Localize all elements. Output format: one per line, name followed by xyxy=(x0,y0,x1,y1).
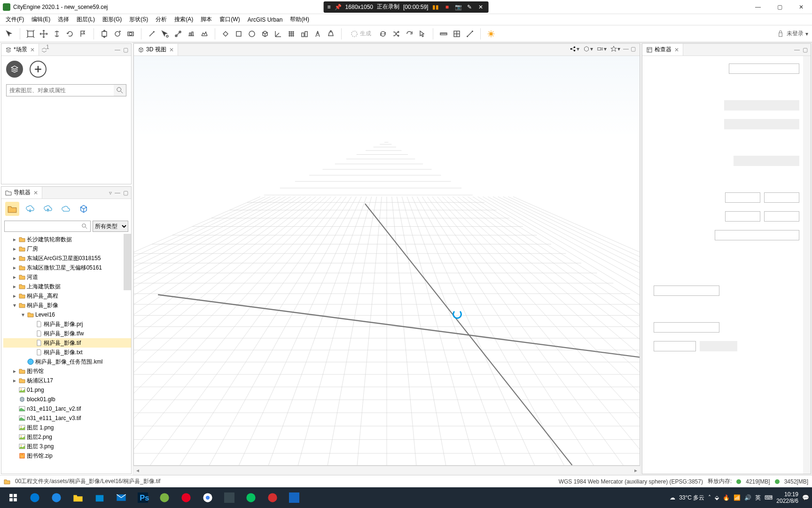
scale-tool[interactable] xyxy=(51,28,62,40)
tree-item[interactable]: ▸图书馆 xyxy=(3,366,131,376)
tree-item[interactable]: 桐庐县_影像.txt xyxy=(3,348,131,357)
tree-twisty[interactable]: ▸ xyxy=(12,377,17,384)
flag-tool[interactable] xyxy=(78,28,89,40)
nav-search-input[interactable] xyxy=(5,221,79,231)
menu-window[interactable]: 窗口(W) xyxy=(217,15,242,24)
taskbar-app-2[interactable] xyxy=(154,488,175,507)
taskbar-pinterest[interactable] xyxy=(176,488,196,507)
tree-item[interactable]: ▸上海建筑数据 xyxy=(3,282,131,291)
scene-search[interactable] xyxy=(6,84,126,96)
close-icon[interactable]: ✕ xyxy=(33,190,38,196)
pin-icon[interactable]: 📌 xyxy=(335,4,342,10)
camera-icon[interactable]: 📷 xyxy=(454,3,462,11)
tree-twisty[interactable]: ▸ xyxy=(12,283,17,290)
tree-item[interactable]: 图层 3.png xyxy=(3,442,131,451)
taskbar-mail[interactable] xyxy=(111,488,132,507)
menu-edit[interactable]: 编辑(E) xyxy=(29,15,53,24)
tree-twisty[interactable]: ▸ xyxy=(12,368,17,374)
tree-twisty[interactable]: ▸ xyxy=(12,293,17,299)
scene-add-button[interactable] xyxy=(30,61,47,78)
panel-maximize-icon[interactable]: ▢ xyxy=(123,190,128,196)
refresh-tool[interactable] xyxy=(377,28,389,40)
tray-icon[interactable]: 🔥 xyxy=(723,494,730,501)
search-icon[interactable] xyxy=(79,221,90,231)
tray-icon[interactable]: ⬙ xyxy=(715,494,719,501)
tray-keyboard-icon[interactable]: ⌨ xyxy=(765,494,773,501)
panel-minimize-icon[interactable]: — xyxy=(794,47,800,53)
measure-tool-2[interactable] xyxy=(451,28,462,40)
close-icon[interactable]: ✕ xyxy=(30,47,35,53)
tree-item[interactable]: 图层2.png xyxy=(3,432,131,442)
draw-tool-1[interactable] xyxy=(146,28,157,40)
tree-item[interactable]: 桐庐县_影像.tfw xyxy=(3,329,131,338)
draw-tool-2[interactable] xyxy=(159,28,171,40)
shape-extrude-tool[interactable] xyxy=(325,28,336,40)
menu-layer[interactable]: 图层(L) xyxy=(74,15,98,24)
shape-poly-tool[interactable] xyxy=(220,28,231,40)
tree-item[interactable]: ▸河道 xyxy=(3,272,131,282)
pencil-icon[interactable]: ✎ xyxy=(466,3,473,11)
navigator-tab[interactable]: 导航器 ✕ xyxy=(1,187,42,198)
shape-rect-tool[interactable] xyxy=(233,28,244,40)
shuffle-tool[interactable] xyxy=(390,28,402,40)
scene-layers-button[interactable] xyxy=(6,61,23,78)
vp-share-button[interactable]: ▾ xyxy=(569,45,580,53)
tree-item[interactable]: 图书馆.zip xyxy=(3,451,131,460)
close-icon[interactable]: ✕ xyxy=(169,47,174,53)
tree-item[interactable]: 桐庐县_影像.prj xyxy=(3,319,131,329)
inspector-field[interactable] xyxy=(725,192,760,203)
vp-cube-button[interactable]: ▾ xyxy=(582,45,594,53)
horizontal-scrollbar[interactable]: ◂ ▸ xyxy=(133,466,640,474)
scene-tab[interactable]: *场景 ✕ xyxy=(1,44,39,56)
menu-shape[interactable]: 形状(S) xyxy=(126,15,151,24)
generate-button[interactable]: 生成 xyxy=(346,28,375,40)
recorder-close-icon[interactable]: ✕ xyxy=(477,3,484,11)
tree-item[interactable]: ▸杨浦区L17 xyxy=(3,376,131,385)
taskbar-wechat[interactable] xyxy=(241,488,261,507)
taskbar-app-1[interactable] xyxy=(46,488,67,507)
hamburger-icon[interactable]: ≡ xyxy=(328,4,331,10)
transform-tool-3[interactable] xyxy=(125,28,136,40)
search-icon[interactable] xyxy=(114,85,126,96)
taskbar-record[interactable] xyxy=(262,488,283,507)
panel-maximize-icon[interactable]: ▢ xyxy=(631,46,636,52)
tree-twisty[interactable]: ▸ xyxy=(12,255,17,262)
close-button[interactable]: ✕ xyxy=(790,0,812,14)
tray-weather[interactable]: 33°C 多云 xyxy=(679,494,704,502)
menu-select[interactable]: 选择 xyxy=(55,15,72,24)
tray-chevron-icon[interactable]: ˄ xyxy=(708,494,711,501)
taskbar-photoshop[interactable]: Ps xyxy=(133,488,153,507)
inspector-tab[interactable]: 检查器 ✕ xyxy=(642,44,683,56)
inspector-field[interactable] xyxy=(764,211,799,222)
tray-notifications-icon[interactable]: 💬 xyxy=(802,494,809,501)
menu-analysis[interactable]: 分析 xyxy=(153,15,170,24)
tree-item[interactable]: ▸长沙建筑轮廓数据 xyxy=(3,235,131,244)
nav-search[interactable] xyxy=(4,221,91,232)
panel-minimize-icon[interactable]: — xyxy=(115,47,120,53)
select-tool[interactable] xyxy=(4,28,15,40)
nav-cloud-upload-button[interactable] xyxy=(41,202,55,216)
panel-maximize-icon[interactable]: ▢ xyxy=(123,47,128,53)
tray-network-icon[interactable]: 📶 xyxy=(734,494,741,501)
scene-search-input[interactable] xyxy=(7,85,114,96)
taskbar-store[interactable] xyxy=(89,488,110,507)
panel-maximize-icon[interactable]: ▢ xyxy=(803,47,808,53)
shape-axis-tool[interactable] xyxy=(273,28,284,40)
frame-tool[interactable] xyxy=(25,28,36,40)
menu-search[interactable]: 搜索(A) xyxy=(172,15,196,24)
tree-item[interactable]: 图层 1.png xyxy=(3,423,131,432)
tree-twisty[interactable]: ▸ xyxy=(12,274,17,280)
measure-tool-1[interactable] xyxy=(438,28,449,40)
tree-item[interactable]: ▾Level16 xyxy=(3,310,131,319)
nav-package-button[interactable] xyxy=(77,202,91,216)
vp-star-button[interactable]: ▾ xyxy=(609,45,621,53)
vp-camera-button[interactable]: ▾ xyxy=(596,45,608,53)
menu-arcgis-urban[interactable]: ArcGIS Urban xyxy=(245,16,286,24)
taskbar-app-3[interactable] xyxy=(219,488,240,507)
inspector-field[interactable] xyxy=(715,230,799,240)
inspector-field[interactable] xyxy=(654,341,696,351)
tray-weather-icon[interactable]: ☁ xyxy=(670,494,675,501)
tray-clock[interactable]: 10:19 2022/8/6 xyxy=(776,491,798,505)
nav-local-button[interactable] xyxy=(5,202,19,216)
login-status[interactable]: 未登录 ▾ xyxy=(776,30,808,38)
